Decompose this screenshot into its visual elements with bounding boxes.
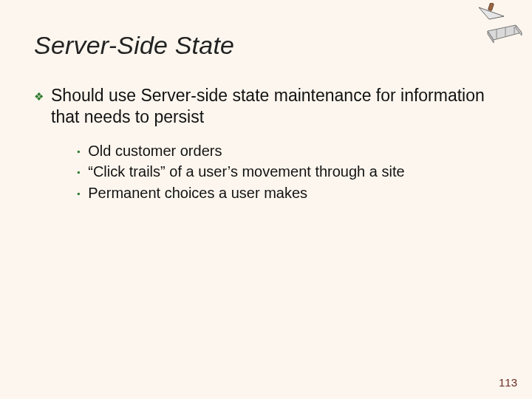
bullet-level2-list: ▪ Old customer orders ▪ “Click trails” o… [77,140,498,203]
bullet-level2: ▪ “Click trails” of a user’s movement th… [77,161,498,182]
bullet-level2: ▪ Old customer orders [77,140,498,161]
bullet-level2-text: Permanent choices a user makes [88,183,307,203]
trowel-brick-icon [471,3,525,43]
diamond-bullet-icon: ❖ [34,89,44,103]
square-bullet-icon: ▪ [77,188,80,200]
bullet-level2-text: “Click trails” of a user’s movement thro… [88,161,404,182]
bullet-level2: ▪ Permanent choices a user makes [77,183,498,203]
square-bullet-icon: ▪ [77,146,80,158]
slide-title: Server-Side State [34,31,498,60]
bullet-level1-text: Should use Server-side state maintenance… [51,85,498,129]
square-bullet-icon: ▪ [77,166,80,179]
svg-rect-7 [488,3,494,11]
bullet-level1: ❖ Should use Server-side state maintenan… [34,85,498,129]
slide: Server-Side State ❖ Should use Server-si… [0,0,532,399]
page-number: 113 [499,376,517,389]
bullet-level2-text: Old customer orders [88,140,222,161]
